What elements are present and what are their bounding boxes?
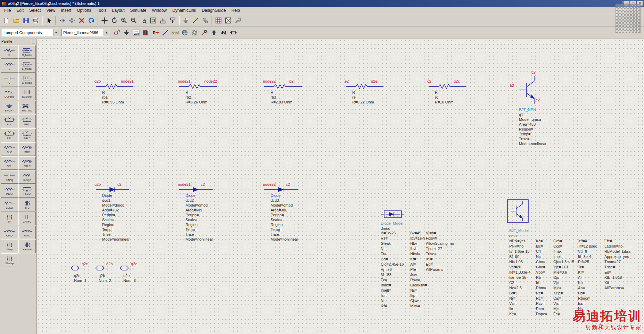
bjt-q1[interactable]: c2 b2 e2 BJT_NPN q1 Model=qmsaArea=438Re…	[509, 69, 572, 153]
simulate-button[interactable]	[200, 16, 210, 25]
schematic-canvas[interactable]: 易迪拓培训 射频和天线设计专家 q2b node21 R rb1 R=0.95 …	[37, 39, 644, 334]
component-library-button[interactable]: R	[151, 28, 160, 37]
menu-insert[interactable]: Insert	[58, 7, 74, 14]
palette-item-slcq[interactable]: SLCQ	[1, 198, 18, 211]
palette-item-dcfeed[interactable]: DCFeed	[1, 87, 18, 100]
palette-item-src[interactable]: SRC	[18, 142, 36, 156]
palette-select-combo[interactable]: Lumped-Components ▼	[2, 29, 59, 36]
new-design-button[interactable]	[2, 16, 11, 25]
diode-dcd1[interactable]: q2b c2 Diode dcd1 Model=dmodArea=782Peri…	[96, 182, 141, 245]
zoom-in-button[interactable]	[119, 16, 129, 25]
resistor-rb3[interactable]: node22 b2 R rb3 R=2.83 Ohm	[264, 79, 309, 107]
menu-edit[interactable]: Edit	[14, 7, 26, 14]
menu-window[interactable]: Window	[149, 7, 170, 14]
insert-var-button[interactable]: 0110VAR	[131, 28, 141, 37]
port-q2b[interactable]: q2b q2b Num=2	[94, 264, 119, 285]
delete-button[interactable]	[77, 16, 86, 25]
palette-item-plc[interactable]: PLC	[1, 115, 18, 128]
port-q2e[interactable]: q2e q2e Num=3	[119, 264, 143, 285]
resistor-re[interactable]: e2 q2e R re R=0.22 Ohm	[346, 79, 391, 107]
insert-probe-button[interactable]	[199, 28, 209, 37]
menu-options[interactable]: Options	[74, 7, 94, 14]
port-q2c[interactable]: q2c q2c Num=1	[70, 264, 94, 285]
palette-item-l[interactable]: L	[1, 59, 18, 73]
select-pointer-button[interactable]	[44, 16, 54, 25]
print-button[interactable]	[31, 16, 41, 25]
palette-item-xfertap[interactable]: Xfertap	[1, 253, 18, 267]
palette-item-c_model[interactable]: C_Model	[18, 73, 36, 86]
push-into-hierarchy-button[interactable]	[158, 16, 168, 25]
component-history-dropdown-icon[interactable]: ▼	[104, 29, 109, 36]
palette-item-short[interactable]: SHORT	[1, 101, 18, 114]
component-history-combo[interactable]: Pierce_lib:msa0686 ▼	[61, 29, 109, 36]
insert-port-button[interactable]	[112, 28, 122, 37]
zoom-out-button[interactable]	[129, 16, 139, 25]
palette-item-indq2[interactable]: InDQ2	[18, 170, 36, 184]
library-browser-button[interactable]	[141, 28, 151, 37]
resistor-rb2[interactable]: node21 node22 R rb2 R=3.26 Ohm	[179, 79, 224, 107]
palette-item-tf3[interactable]: TF3	[18, 198, 36, 211]
diode-model-dmod[interactable]: Diode_Model dmod Is=1e-25Rs=Gleak=N=Tt=C…	[381, 207, 464, 311]
palette-item-c[interactable]: C	[1, 73, 18, 86]
palette-item-cind[interactable]: CIND	[1, 226, 18, 239]
menu-help[interactable]: Help	[229, 7, 243, 14]
simulation-status-button[interactable]	[214, 16, 223, 25]
menu-simulate[interactable]: Simulate	[127, 7, 149, 14]
stop-simulation-button[interactable]	[223, 16, 233, 25]
palette-item-tf[interactable]: TF	[1, 212, 18, 225]
zoom-area-button[interactable]	[139, 16, 148, 25]
menu-designguide[interactable]: DesignGuide	[199, 7, 229, 14]
palette-item-srl[interactable]: SRL	[1, 156, 18, 170]
resistor-rc[interactable]: c2 q2c R rc R=10 Ohm	[429, 79, 474, 107]
insert-wire-button[interactable]	[191, 16, 200, 25]
palette-item-xferp[interactable]: Xferp	[1, 240, 18, 253]
menu-file[interactable]: File	[1, 7, 14, 14]
insert-ground-button[interactable]	[181, 16, 191, 25]
menu-select[interactable]: Select	[26, 7, 43, 14]
up-hierarchy-button[interactable]	[209, 28, 219, 37]
menu-dynamiclink[interactable]: DynamicLink	[170, 7, 199, 14]
palette-item-prlc[interactable]: PRLC	[18, 128, 36, 142]
move-component-button[interactable]	[100, 16, 109, 25]
diode-dcd3[interactable]: node22 c2 Diode dcd3 Model=dmodArea=386P…	[264, 182, 309, 245]
menu-tools[interactable]: Tools	[94, 7, 109, 14]
insert-wire-label-button[interactable]: NAME	[170, 28, 180, 37]
tune-parameters-button[interactable]	[233, 16, 243, 25]
palette-item-r[interactable]: R	[1, 45, 18, 59]
palette-detach-button[interactable]	[32, 40, 35, 43]
palette-item-srlc[interactable]: SRLC	[18, 156, 36, 170]
palette-item-prl[interactable]: PRL	[1, 128, 18, 142]
open-design-button[interactable]	[11, 16, 21, 25]
save-design-button[interactable]	[21, 16, 31, 25]
palette-item-capq[interactable]: CAPQ	[1, 170, 18, 184]
simulation-setup-button[interactable]	[180, 28, 190, 37]
menu-view[interactable]: View	[43, 7, 58, 14]
insert-term-button[interactable]	[229, 28, 238, 37]
palette-item-prc[interactable]: PRC	[18, 115, 36, 128]
palette-item-dcblock[interactable]: DCBlock	[18, 87, 36, 100]
palette-item-capp2[interactable]: CAPP2	[18, 212, 36, 225]
palette-item-mutind[interactable]: MUTIND	[18, 101, 36, 114]
palette-item-r_model[interactable]: R_Model	[18, 45, 36, 59]
palette-item-l_model[interactable]: L_Model	[18, 59, 36, 73]
rotate-component-button[interactable]	[109, 16, 119, 25]
undo-button[interactable]	[86, 16, 96, 25]
view-all-button[interactable]	[148, 16, 158, 25]
pop-out-of-hierarchy-button[interactable]	[168, 16, 177, 25]
mirror-x-button[interactable]	[57, 16, 67, 25]
resistor-rb1[interactable]: q2b node21 R rb1 R=0.95 Ohm	[96, 79, 141, 107]
palette-item-slc[interactable]: SLC	[1, 142, 18, 156]
menu-layout[interactable]: Layout	[109, 7, 127, 14]
insert-ground-button[interactable]	[122, 28, 131, 37]
preferences-button[interactable]	[190, 28, 199, 37]
palette-item-xfernth[interactable]: XferNth	[18, 240, 36, 253]
insert-source-button[interactable]	[219, 28, 229, 37]
palette-item-plcq[interactable]: PLCQ	[18, 184, 36, 198]
palette-select-dropdown-icon[interactable]: ▼	[53, 29, 59, 36]
diode-dcd2[interactable]: node21 c2 Diode dcd2 Model=dmodArea=609P…	[179, 182, 224, 245]
palette-item-rind[interactable]: RIND	[18, 226, 36, 239]
bjt-model-qmsa[interactable]: BJT_Model qmsa NPN=yesPNP=noIs=1.65e-18B…	[505, 199, 641, 321]
mirror-y-button[interactable]	[67, 16, 77, 25]
palette-item-indq[interactable]: INDQ	[1, 184, 18, 198]
insert-wire-button[interactable]	[160, 28, 170, 37]
